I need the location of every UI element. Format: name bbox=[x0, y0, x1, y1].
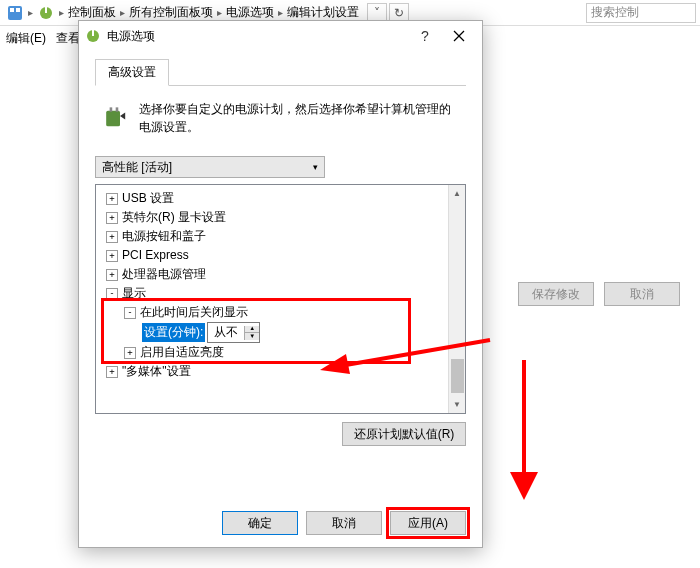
chevron-right-icon: ▸ bbox=[276, 7, 285, 18]
scroll-up-button[interactable]: ▲ bbox=[449, 185, 465, 202]
tab-strip: 高级设置 bbox=[95, 59, 466, 86]
tab-advanced-settings[interactable]: 高级设置 bbox=[95, 59, 169, 86]
breadcrumb-item[interactable]: 电源选项 bbox=[224, 4, 276, 21]
dialog-title: 电源选项 bbox=[107, 28, 408, 45]
close-button[interactable] bbox=[442, 25, 476, 47]
restore-row: 还原计划默认值(R) bbox=[95, 422, 466, 446]
page-buttons: 保存修改 取消 bbox=[518, 282, 680, 306]
description-area: 选择你要自定义的电源计划，然后选择你希望计算机管理的电源设置。 bbox=[95, 86, 466, 156]
cancel-button[interactable]: 取消 bbox=[604, 282, 680, 306]
power-icon bbox=[85, 28, 101, 44]
setting-label: 设置(分钟): bbox=[142, 323, 205, 342]
dialog-body: 高级设置 选择你要自定义的电源计划，然后选择你希望计算机管理的电源设置。 高性能… bbox=[79, 51, 482, 454]
tree-item-display[interactable]: -显示 bbox=[100, 284, 461, 303]
svg-rect-1 bbox=[10, 8, 14, 12]
help-button[interactable]: ? bbox=[408, 25, 442, 47]
svg-marker-15 bbox=[510, 472, 538, 500]
svg-rect-9 bbox=[106, 111, 120, 127]
setting-value: 从不 bbox=[208, 323, 244, 342]
tree-item-turn-off-display[interactable]: -在此时间后关闭显示 bbox=[100, 303, 461, 322]
spinner-buttons[interactable]: ▲▼ bbox=[244, 326, 259, 340]
control-panel-icon bbox=[7, 5, 23, 21]
tree-item-setting-minutes[interactable]: 设置(分钟): 从不 ▲▼ bbox=[100, 322, 461, 343]
svg-rect-10 bbox=[110, 107, 113, 111]
svg-rect-2 bbox=[16, 8, 20, 12]
plan-selected-label: 高性能 [活动] bbox=[102, 159, 172, 176]
menu-edit[interactable]: 编辑(E) bbox=[6, 30, 46, 47]
expand-icon[interactable]: + bbox=[106, 250, 118, 262]
spinner-down[interactable]: ▼ bbox=[245, 333, 259, 340]
annotation-arrow bbox=[500, 350, 560, 510]
description-text: 选择你要自定义的电源计划，然后选择你希望计算机管理的电源设置。 bbox=[139, 100, 460, 136]
close-icon bbox=[453, 30, 465, 42]
tree-item-power-buttons[interactable]: +电源按钮和盖子 bbox=[100, 227, 461, 246]
tree-item-adaptive-brightness[interactable]: +启用自适应亮度 bbox=[100, 343, 461, 362]
dialog-titlebar: 电源选项 ? bbox=[79, 21, 482, 51]
expand-icon[interactable]: + bbox=[124, 347, 136, 359]
apply-button[interactable]: 应用(A) bbox=[390, 511, 466, 535]
svg-rect-6 bbox=[92, 30, 94, 36]
tree-scrollbar[interactable]: ▲ ▼ bbox=[448, 185, 465, 413]
tree-item-processor-power[interactable]: +处理器电源管理 bbox=[100, 265, 461, 284]
save-changes-button[interactable]: 保存修改 bbox=[518, 282, 594, 306]
chevron-down-icon: ▾ bbox=[313, 162, 318, 172]
tree-item-intel-graphics[interactable]: +英特尔(R) 显卡设置 bbox=[100, 208, 461, 227]
power-options-dialog: 电源选项 ? 高级设置 选择你要自定义的电源计划，然后选择你希望计算机管理的电源… bbox=[78, 20, 483, 548]
expand-icon[interactable]: + bbox=[106, 366, 118, 378]
tree-item-pci-express[interactable]: +PCI Express bbox=[100, 246, 461, 265]
expand-icon[interactable]: + bbox=[106, 193, 118, 205]
power-icon bbox=[38, 5, 54, 21]
expand-icon[interactable]: + bbox=[106, 231, 118, 243]
tree-item-multimedia[interactable]: +"多媒体"设置 bbox=[100, 362, 461, 381]
expand-icon[interactable]: + bbox=[106, 212, 118, 224]
tree-item-usb[interactable]: +USB 设置 bbox=[100, 189, 461, 208]
search-input[interactable]: 搜索控制 bbox=[586, 3, 696, 23]
svg-rect-11 bbox=[116, 107, 119, 111]
menu-view[interactable]: 查看 bbox=[56, 30, 80, 47]
setting-value-spinner[interactable]: 从不 ▲▼ bbox=[207, 322, 260, 343]
chevron-right-icon: ▸ bbox=[26, 7, 35, 18]
breadcrumb-item[interactable]: 所有控制面板项 bbox=[127, 4, 215, 21]
dialog-buttons: 确定 取消 应用(A) bbox=[222, 511, 466, 535]
ok-button[interactable]: 确定 bbox=[222, 511, 298, 535]
chevron-right-icon: ▸ bbox=[118, 7, 127, 18]
expand-icon[interactable]: + bbox=[106, 269, 118, 281]
chevron-right-icon: ▸ bbox=[215, 7, 224, 18]
scroll-down-button[interactable]: ▼ bbox=[449, 396, 465, 413]
breadcrumb-item[interactable]: 控制面板 bbox=[66, 4, 118, 21]
collapse-icon[interactable]: - bbox=[124, 307, 136, 319]
scroll-thumb[interactable] bbox=[451, 359, 464, 393]
battery-plug-icon bbox=[101, 100, 129, 132]
power-plan-select[interactable]: 高性能 [活动] ▾ bbox=[95, 156, 325, 178]
breadcrumb-item[interactable]: 编辑计划设置 bbox=[285, 4, 361, 21]
chevron-right-icon: ▸ bbox=[57, 7, 66, 18]
settings-tree: +USB 设置 +英特尔(R) 显卡设置 +电源按钮和盖子 +PCI Expre… bbox=[95, 184, 466, 414]
cancel-button[interactable]: 取消 bbox=[306, 511, 382, 535]
svg-rect-4 bbox=[45, 7, 47, 13]
collapse-icon[interactable]: - bbox=[106, 288, 118, 300]
restore-defaults-button[interactable]: 还原计划默认值(R) bbox=[342, 422, 466, 446]
